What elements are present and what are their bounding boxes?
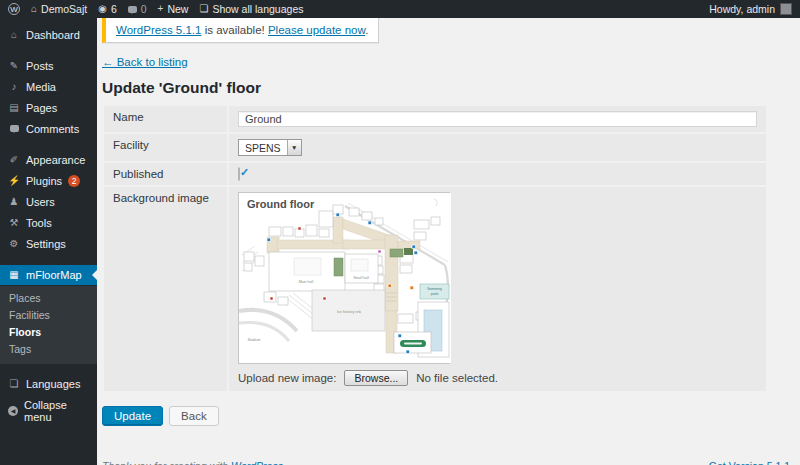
eye-icon: ◉ <box>98 4 107 14</box>
get-version-link[interactable]: Get Version 5.1.1 <box>709 460 790 465</box>
name-input[interactable] <box>238 111 757 127</box>
floor-map-preview: Main hall Small hall Ice hockey rink Sta… <box>238 192 450 364</box>
published-row: Published <box>103 162 767 186</box>
media-icon: ♪ <box>8 82 20 92</box>
site-name-menu[interactable]: ⌂ DemoSajt <box>31 3 87 15</box>
main-content: WordPress 5.1.1 is available! Please upd… <box>97 0 800 465</box>
floor-edit-form: Name Facility SPENS Published Background… <box>102 104 768 393</box>
account-menu[interactable]: Howdy, admin <box>709 3 792 15</box>
background-image-label: Background image <box>103 186 228 392</box>
back-button[interactable]: Back <box>169 406 219 426</box>
mfloormap-submenu: Places Facilities Floors Tags <box>0 286 97 364</box>
new-label: New <box>167 3 188 15</box>
comments-icon <box>8 124 20 134</box>
sidebar-item-media[interactable]: ♪ Media <box>0 77 97 97</box>
comments-menu[interactable]: 0 <box>128 3 147 15</box>
footer-suffix: . <box>283 460 286 465</box>
sidebar-item-comments[interactable]: Comments <box>0 119 97 139</box>
main-hall-label: Main hall <box>299 280 314 284</box>
sidebar-label-pages: Pages <box>26 102 57 114</box>
footer-thanks: Thank you for creating with WordPress. <box>102 460 286 465</box>
sidebar-item-dashboard[interactable]: ⌂ Dashboard <box>0 25 97 45</box>
map-main-hall: Main hall <box>269 252 345 291</box>
sidebar-label-plugins: Plugins <box>26 175 62 187</box>
views-menu[interactable]: ◉ 6 <box>98 3 117 15</box>
collapse-arrow-icon: ◀ <box>8 406 18 416</box>
tools-icon: ⚒ <box>8 218 20 228</box>
mfloormap-icon: ▦ <box>8 270 20 280</box>
sidebar-item-users[interactable]: ♟ Users <box>0 192 97 212</box>
admin-bar-left: W ⌂ DemoSajt ◉ 6 0 + New ❏ Show all lang… <box>8 3 303 15</box>
wordpress-footer-link[interactable]: WordPress <box>231 460 283 465</box>
map-ice-rink: Ice hockey rink <box>312 290 385 331</box>
plus-icon: + <box>158 4 164 14</box>
menu-separator <box>0 46 97 56</box>
languages-menu[interactable]: ❏ Show all languages <box>199 3 303 15</box>
menu-separator <box>0 364 97 374</box>
comment-bubble-icon <box>128 6 137 13</box>
plugins-update-badge: 2 <box>68 175 80 187</box>
upload-new-image-row: Upload new image: Browse... No file sele… <box>238 370 757 386</box>
comments-count: 0 <box>141 3 147 15</box>
small-hall-label: Small hall <box>353 276 369 280</box>
site-name-label: DemoSajt <box>41 3 87 15</box>
sidebar-item-appearance[interactable]: ✐ Appearance <box>0 150 97 170</box>
new-content-menu[interactable]: + New <box>158 3 189 15</box>
ice-rink-label: Ice hockey rink <box>337 310 361 314</box>
facility-select[interactable]: SPENS <box>238 139 302 156</box>
chevron-down-icon <box>287 140 301 155</box>
sidebar-item-plugins[interactable]: ⚡ Plugins 2 <box>0 171 97 191</box>
languages-sidebar-icon: ❏ <box>8 379 20 389</box>
sidebar-item-posts[interactable]: ✎ Posts <box>0 56 97 76</box>
sidebar-item-collapse-menu[interactable]: ◀ Collapse menu <box>0 395 97 427</box>
swimming-pools-label-line1: Swimming <box>427 287 442 291</box>
wordpress-version-link[interactable]: WordPress 5.1.1 <box>116 24 201 36</box>
menu-separator <box>0 140 97 150</box>
admin-footer: Thank you for creating with WordPress. G… <box>102 460 790 465</box>
sidebar-label-tools: Tools <box>26 217 52 229</box>
howdy-label: Howdy, admin <box>709 3 775 15</box>
floor-map-image: Main hall Small hall Ice hockey rink Sta… <box>239 193 451 363</box>
update-button[interactable]: Update <box>102 406 163 426</box>
sidebar-item-mfloormap[interactable]: ▦ mFloorMap <box>0 265 97 285</box>
swimming-pools-label-line2: pools <box>431 292 439 296</box>
submenu-item-facilities[interactable]: Facilities <box>0 306 97 323</box>
map-title: Ground floor <box>247 198 315 210</box>
sidebar-item-tools[interactable]: ⚒ Tools <box>0 213 97 233</box>
dashboard-icon: ⌂ <box>8 30 20 40</box>
languages-label: Show all languages <box>212 3 303 15</box>
sidebar-item-pages[interactable]: ▤ Pages <box>0 98 97 118</box>
background-image-row: Background image <box>103 186 767 392</box>
wordpress-logo-menu[interactable]: W <box>8 3 20 15</box>
submenu-item-floors[interactable]: Floors <box>0 323 97 340</box>
facility-selected-value: SPENS <box>239 140 287 155</box>
sidebar-item-settings[interactable]: ⚙ Settings <box>0 234 97 254</box>
posts-icon: ✎ <box>8 61 20 71</box>
sidebar-label-languages: Languages <box>26 378 80 390</box>
published-checkbox[interactable] <box>238 167 240 181</box>
submenu-item-tags[interactable]: Tags <box>0 340 97 357</box>
sidebar-label-collapse: Collapse menu <box>24 399 89 423</box>
sidebar-label-media: Media <box>26 81 56 93</box>
published-label: Published <box>103 162 228 186</box>
plugins-icon: ⚡ <box>8 176 20 186</box>
appearance-icon: ✐ <box>8 155 20 165</box>
sidebar-label-mfloormap: mFloorMap <box>26 269 82 281</box>
facility-row: Facility SPENS <box>103 133 767 162</box>
settings-icon: ⚙ <box>8 239 20 249</box>
please-update-link[interactable]: Please update now <box>268 24 365 36</box>
name-row: Name <box>103 105 767 133</box>
browse-button[interactable]: Browse... <box>344 370 408 386</box>
users-icon: ♟ <box>8 197 20 207</box>
notice-text: is available! <box>205 24 265 36</box>
wordpress-logo-icon: W <box>8 3 20 15</box>
home-icon: ⌂ <box>31 4 37 14</box>
map-small-hall: Small hall <box>345 254 378 283</box>
views-count: 6 <box>111 3 117 15</box>
sidebar-label-dashboard: Dashboard <box>26 29 80 41</box>
admin-sidebar: ⌂ Dashboard ✎ Posts ♪ Media ▤ Pages Comm… <box>0 18 97 465</box>
sidebar-item-languages[interactable]: ❏ Languages <box>0 374 97 394</box>
submenu-item-places[interactable]: Places <box>0 289 97 306</box>
back-to-listing-link[interactable]: ← Back to listing <box>102 56 188 68</box>
name-label: Name <box>103 105 228 133</box>
